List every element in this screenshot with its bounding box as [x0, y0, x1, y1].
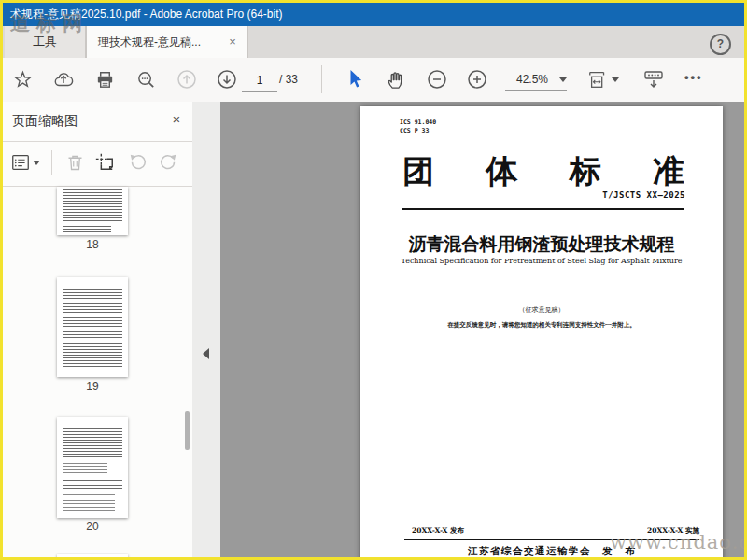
hide-toolbar-icon[interactable]: [641, 67, 666, 91]
chevron-down-icon: [559, 77, 567, 82]
header-rule: [402, 208, 684, 210]
tab-document-label: 理技术规程-意见稿...: [98, 35, 201, 49]
page-thumbnail-18[interactable]: [57, 187, 128, 235]
thumbnail-label: 18: [57, 238, 128, 251]
tab-document[interactable]: 理技术规程-意见稿... ×: [86, 26, 248, 58]
page-number-input[interactable]: [242, 69, 277, 92]
document-viewer[interactable]: ICS 91.040 CCS P 33 团 体 标 准 T/JSCTS XX—2…: [220, 102, 744, 557]
fit-width-icon[interactable]: [587, 67, 619, 91]
crop-pages-icon[interactable]: [92, 150, 117, 175]
page-thumbnails-panel: 页面缩略图 × 18 19: [3, 102, 193, 557]
panel-toolbar-divider: [51, 150, 52, 175]
thumbnail-text-lines: [63, 463, 107, 475]
patent-note: 在提交反馈意见时，请将您知道的相关专利连同支持性文件一并附上。: [360, 321, 723, 329]
tab-bar: 工具 理技术规程-意见稿... × ?: [3, 26, 744, 58]
thumbnail-text-lines: [63, 428, 122, 458]
main-toolbar: / 33 42.5% •••: [3, 58, 744, 103]
zoom-level-value: 42.5%: [505, 73, 559, 86]
collapse-panel-icon[interactable]: [203, 348, 209, 359]
tab-tools-label: 工具: [33, 35, 57, 49]
thumbnail-text-lines: [63, 189, 122, 221]
panel-scrollbar-thumb[interactable]: [185, 411, 190, 450]
page-thumbnail-partial[interactable]: [57, 554, 128, 559]
zoom-level-dropdown[interactable]: 42.5%: [505, 69, 567, 91]
ics-code: ICS 91.040 CCS P 33: [400, 119, 436, 135]
thumbnail-text-lines: [63, 287, 122, 339]
window-titlebar[interactable]: 术规程-意见稿2025.10.pdf - Adobe Acrobat Pro (…: [3, 3, 744, 26]
draft-note: （征求意见稿）: [360, 305, 723, 315]
page-thumbnail-19[interactable]: [57, 277, 128, 377]
panel-splitter[interactable]: [192, 102, 221, 557]
zoom-out-icon[interactable]: [425, 67, 449, 91]
page-thumbnail-20[interactable]: [57, 417, 128, 518]
close-panel-icon[interactable]: ×: [168, 111, 185, 128]
window-title: 术规程-意见稿2025.10.pdf - Adobe Acrobat Pro (…: [10, 7, 282, 21]
acrobat-window: 术规程-意见稿2025.10.pdf - Adobe Acrobat Pro (…: [0, 0, 747, 560]
thumbnail-options-icon[interactable]: [8, 150, 42, 175]
toolbar-divider: [321, 65, 322, 93]
search-icon[interactable]: [134, 67, 158, 91]
hand-tool-icon[interactable]: [384, 67, 408, 91]
thumbnail-text-lines: [63, 480, 122, 489]
tab-tools[interactable]: 工具: [5, 26, 86, 58]
publisher-line: 江苏省综合交通运输学会 发 布: [404, 545, 699, 557]
next-page-icon[interactable]: [215, 67, 239, 91]
more-tools-icon[interactable]: •••: [684, 70, 703, 84]
chevron-down-icon: [33, 161, 40, 165]
standard-type-heading: 团 体 标 准: [402, 150, 684, 193]
share-cloud-icon[interactable]: [51, 67, 76, 91]
standard-number: T/JSCTS XX—2025: [602, 190, 685, 200]
thumbnail-text-lines: [63, 343, 122, 368]
close-tab-icon[interactable]: ×: [225, 26, 240, 58]
thumbnail-text-lines: [63, 226, 111, 232]
page-total-label: / 33: [279, 73, 298, 86]
date-row: 20XX-X-X 发布 20XX-X-X 实施: [412, 526, 699, 536]
delete-pages-icon[interactable]: [63, 150, 87, 175]
select-tool-icon[interactable]: [343, 67, 367, 91]
print-icon[interactable]: [92, 67, 117, 91]
thumbnail-label: 19: [57, 380, 128, 393]
zoom-in-icon[interactable]: [465, 67, 489, 91]
footer-rule: [404, 539, 699, 540]
rotate-counterclockwise-icon[interactable]: [126, 150, 150, 175]
issue-date: 20XX-X-X 发布: [412, 526, 464, 536]
panel-divider: [3, 141, 192, 142]
chevron-down-icon: [612, 77, 619, 82]
implement-date: 20XX-X-X 实施: [647, 526, 699, 536]
rotate-clockwise-icon[interactable]: [156, 150, 180, 175]
thumbnail-text-lines: [63, 494, 115, 511]
panel-title: 页面缩略图: [12, 113, 78, 130]
document-title-cn: 沥青混合料用钢渣预处理技术规程: [360, 232, 723, 257]
previous-page-icon[interactable]: [175, 67, 199, 91]
pdf-page: ICS 91.040 CCS P 33 团 体 标 准 T/JSCTS XX—2…: [360, 106, 723, 557]
document-title-en: Technical Specification for Pretreatment…: [360, 257, 723, 265]
favorites-star-icon[interactable]: [10, 67, 35, 91]
thumbnail-label: 20: [57, 520, 128, 533]
help-icon[interactable]: ?: [710, 34, 731, 55]
